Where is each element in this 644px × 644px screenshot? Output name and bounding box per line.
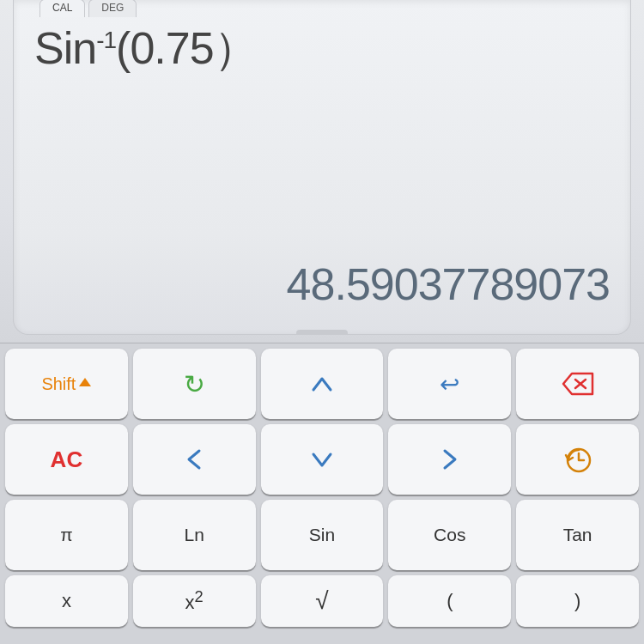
rparen-button[interactable]: ) xyxy=(516,575,639,627)
arrow-down-icon xyxy=(310,450,334,469)
rparen-label: ) xyxy=(574,590,580,612)
key-row-1: Shift ↺ ↩ xyxy=(5,349,639,419)
key-row-3: π Ln Sin Cos Tan xyxy=(5,500,639,570)
x-button[interactable]: x xyxy=(5,575,128,627)
lparen-button[interactable]: ( xyxy=(388,575,511,627)
shift-label: Shift xyxy=(41,374,76,394)
tan-button[interactable]: Tan xyxy=(516,500,639,570)
arrow-up-icon xyxy=(310,374,334,393)
sqrt-button[interactable]: √ xyxy=(261,575,384,627)
arrow-left-icon xyxy=(185,447,204,471)
mode-cal[interactable]: CAL xyxy=(39,0,85,17)
x2-button[interactable]: x2 xyxy=(133,575,256,627)
redo-icon: ↺ xyxy=(184,369,205,399)
x2-label: x2 xyxy=(185,587,204,614)
ac-label: AC xyxy=(51,447,83,473)
history-icon xyxy=(562,443,594,476)
arrow-left-button[interactable] xyxy=(133,424,256,495)
display-notch xyxy=(296,330,348,335)
tan-label: Tan xyxy=(563,525,592,545)
arrow-up-button[interactable] xyxy=(261,349,384,419)
undo-icon: ↩ xyxy=(440,370,459,398)
calculator-display: CAL DEG Sin-1(0.75） 48.59037789073 xyxy=(0,0,644,343)
cos-button[interactable]: Cos xyxy=(388,500,511,570)
sin-label: Sin xyxy=(309,525,335,545)
pi-button[interactable]: π xyxy=(5,500,128,570)
history-button[interactable] xyxy=(516,424,639,495)
redo-button[interactable]: ↺ xyxy=(133,349,256,419)
cos-label: Cos xyxy=(434,525,465,545)
arrow-right-button[interactable] xyxy=(388,424,511,495)
shift-arrow-icon xyxy=(79,378,91,386)
arrow-right-icon xyxy=(440,447,459,471)
keypad: Shift ↺ ↩ AC xyxy=(0,343,644,627)
ac-button[interactable]: AC xyxy=(5,424,128,495)
key-row-4: x x2 √ ( ) xyxy=(5,575,639,627)
lparen-label: ( xyxy=(447,590,453,612)
mode-tabs: CAL DEG xyxy=(39,0,140,17)
mode-deg[interactable]: DEG xyxy=(88,0,137,17)
undo-button[interactable]: ↩ xyxy=(388,349,511,419)
ln-button[interactable]: Ln xyxy=(133,500,256,570)
sqrt-label: √ xyxy=(315,587,328,615)
pi-label: π xyxy=(60,525,73,545)
shift-button[interactable]: Shift xyxy=(5,349,128,419)
backspace-button[interactable] xyxy=(516,349,639,419)
arrow-down-button[interactable] xyxy=(261,424,384,495)
sin-button[interactable]: Sin xyxy=(261,500,384,570)
backspace-icon xyxy=(560,370,596,398)
ln-label: Ln xyxy=(185,525,204,545)
svg-marker-0 xyxy=(563,374,592,394)
expression-display: Sin-1(0.75） xyxy=(34,19,258,79)
display-inner: CAL DEG Sin-1(0.75） 48.59037789073 xyxy=(13,0,631,335)
result-display: 48.59037789073 xyxy=(287,258,610,310)
x-label: x xyxy=(62,590,71,612)
key-row-2: AC xyxy=(5,424,639,495)
